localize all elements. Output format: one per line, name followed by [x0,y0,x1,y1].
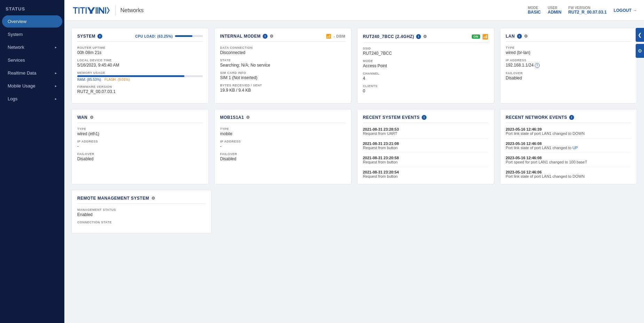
logout-icon: → [633,8,637,13]
network-event-item: 2023-05-16 12:46:08Port link state of po… [506,141,631,153]
channel-field: CHANNEL 4 [363,72,488,81]
svg-marker-0 [73,7,78,14]
recent-system-events: 2021-08-31 23:28:53Request from UART2021… [363,127,488,178]
sidebar-item-network[interactable]: Network ▸ [2,41,62,53]
data-conn-label: DATA CONNECTION [220,46,346,49]
wan-type-label: TYPE [77,127,203,131]
chevron-right-icon: ▸ [55,45,57,49]
sim-field: SIM CARD INFO SIM 1 (Not inserted) [220,71,346,80]
header-right: MODE BASIC USER ADMIN FW VERSION RUT2_R_… [528,6,637,15]
data-conn-field: DATA CONNECTION Disconnected [220,46,346,55]
mob-failover-field: FAILOVER Disabled [220,152,346,161]
wan-gear-icon[interactable]: ⚙ [90,115,94,120]
lan-gear-icon[interactable]: ⚙ [524,34,528,39]
mob-type-label: TYPE [220,127,346,131]
lan-failover-label: FAILOVER [506,71,631,75]
lan-failover-field: FAILOVER Disabled [506,71,631,80]
cpu-progress-bar [175,35,203,37]
mob-ip-value: - [220,144,346,149]
system-info-icon[interactable]: i [97,34,102,39]
signal-bars-icon: 📶 [326,34,332,39]
modem-state-field: STATE Searching; N/A; No service [220,59,346,68]
rms-conn-field: CONNECTION STATE [77,221,206,224]
mob-failover-value: Disabled [220,156,346,161]
ip-question-icon[interactable]: ? [535,63,540,68]
rms-gear-icon[interactable]: ⚙ [151,196,156,201]
sidebar: STATUS Overview System Network ▸ Service… [0,0,64,323]
system-event-item: 2021-08-31 23:20:54Request from button [363,170,488,178]
local-time-value: 5/16/2023, 9:45:40 AM [77,63,203,68]
rms-card-title: REMOTE MANAGEMENT SYSTEM ⚙ [77,196,206,204]
side-panel-collapse-button[interactable]: ❮ [636,28,644,42]
system-card-title: SYSTEM i CPU load: (63.25%) [77,34,203,42]
system-title-text: SYSTEM [77,34,95,39]
mode-value[interactable]: BASIC [528,10,541,15]
sidebar-item-realtime-data[interactable]: Realtime Data ▸ [2,67,62,79]
wifi-mode-field: MODE Access Point [363,59,488,68]
mob1s1a1-gear-icon[interactable]: ⚙ [246,115,250,120]
side-panel-settings-button[interactable]: ⚙ [636,44,644,58]
sidebar-item-system-label: System [8,32,23,37]
sidebar-item-mobile-usage[interactable]: Mobile Usage ▸ [2,80,62,92]
svg-marker-7 [99,7,104,14]
wifi-title-text: RUT240_7BCC (2.4GHZ) [363,34,414,39]
recent-network-title-text: RECENT NETWORK EVENTS [506,115,567,120]
recent-network-info-icon[interactable]: i [569,115,574,120]
system-event-item: 2021-08-31 23:20:58Request from button [363,156,488,167]
wifi-gear-icon[interactable]: ⚙ [423,34,427,39]
memory-progress-fill [77,75,184,77]
user-value: ADMIN [548,10,561,15]
mob-ip-field: IP ADDRESS - [220,140,346,149]
sidebar-item-services[interactable]: Services [2,54,62,66]
wan-ip-label: IP ADDRESS [77,140,203,143]
lan-info-icon[interactable]: i [517,34,522,39]
bytes-field: BYTES RECEIVED / SENT 19.9 KB / 9.4 KB [220,84,346,93]
logo-networks-text: Networks [120,7,144,14]
lan-ip-value: 192.168.1.1/24 ? [506,63,631,68]
event-time: 2023-05-16 12:46:08 [506,156,631,160]
rms-title-text: REMOTE MANAGEMENT SYSTEM [77,196,149,201]
clients-label: CLIENTS [363,84,488,88]
data-conn-value: Disconnected [220,50,346,55]
flash-label: FLASH: (9.01%) [104,78,130,82]
logo-separator [115,5,116,16]
chevron-right-icon: ▸ [55,71,57,75]
event-desc: Port link state of port LAN1 changed to … [506,146,631,150]
mob1s1a1-card: MOB1S1A1 ⚙ TYPE mobile IP ADDRESS - FAIL… [214,109,352,184]
modem-gear-icon[interactable]: ⚙ [270,34,274,39]
event-time: 2023-05-16 12:46:06 [506,170,631,174]
fw-value: RUT2_R_00.07.03.1 [569,10,607,15]
modem-info-icon[interactable]: i [263,34,268,39]
sidebar-item-services-label: Services [8,57,25,63]
event-desc: Request from button [363,160,488,164]
mob-failover-label: FAILOVER [220,152,346,156]
sidebar-item-overview[interactable]: Overview [2,15,62,28]
sidebar-item-overview-label: Overview [8,19,26,24]
modem-title-text: INTERNAL MODEM [220,34,261,39]
logout-button[interactable]: LOGOUT → [614,8,637,13]
sidebar-item-logs[interactable]: Logs ▸ [2,93,62,105]
header: Networks MODE BASIC USER ADMIN FW VERSIO… [64,0,644,21]
modem-title-right: 📶 - dBm [326,34,345,39]
recent-system-info-icon[interactable]: i [422,115,427,120]
mode-label: MODE [528,6,538,10]
logo: Networks [71,5,144,16]
svg-rect-6 [97,7,98,14]
wifi-info-icon[interactable]: i [416,34,421,39]
rms-conn-label: CONNECTION STATE [77,221,206,224]
sim-label: SIM CARD INFO [220,71,346,75]
sidebar-item-network-label: Network [8,45,24,50]
clients-field: CLIENTS 0 [363,84,488,93]
fw-version-value: RUT2_R_00.07.03.1 [77,89,203,94]
wan-type-field: TYPE wired (eth1) [77,127,203,136]
highlight-word: UP [573,146,578,150]
mob-type-field: TYPE mobile [220,127,346,136]
wan-ip-field: IP ADDRESS - [77,140,203,149]
ram-label: RAM: (85.53%) [77,78,101,82]
memory-field: MEMORY USAGE RAM: (85.53%) FLASH: (9.01%… [77,71,203,82]
ssid-label: SSID [363,47,488,50]
mode-info: MODE BASIC [528,6,541,15]
modem-state-label: STATE [220,59,346,62]
sidebar-item-system[interactable]: System [2,28,62,40]
rms-mgmt-label: MANAGEMENT STATUS [77,208,206,212]
